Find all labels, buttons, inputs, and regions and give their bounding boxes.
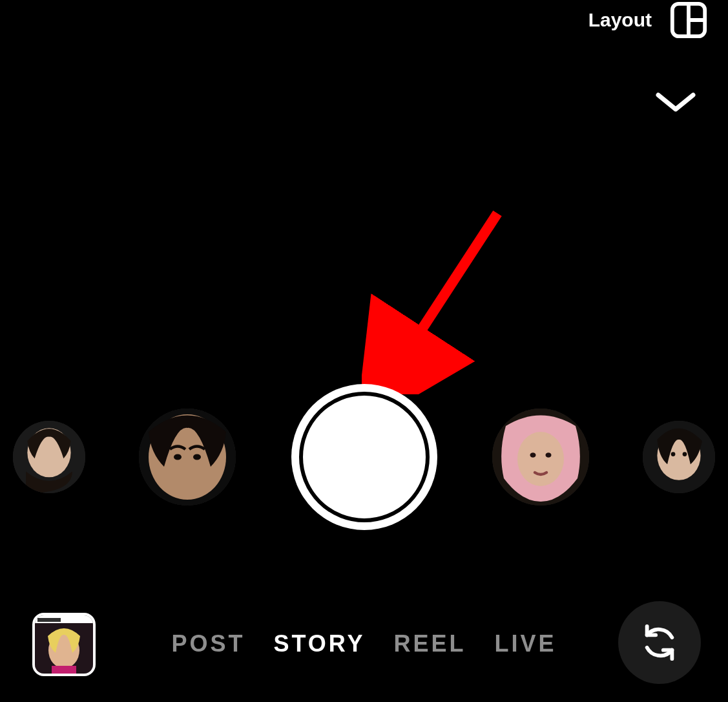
effect-option-2[interactable] bbox=[139, 409, 236, 505]
camera-effects-row bbox=[0, 383, 728, 531]
flip-camera-button[interactable] bbox=[618, 601, 701, 684]
camera-tool-row: Layout bbox=[588, 0, 709, 40]
layout-tool-label[interactable]: Layout bbox=[588, 9, 652, 31]
gallery-thumbnail-button[interactable] bbox=[32, 613, 96, 676]
svg-line-3 bbox=[400, 213, 497, 362]
svg-point-8 bbox=[174, 454, 182, 460]
svg-point-17 bbox=[683, 452, 687, 456]
mode-tab-story[interactable]: STORY bbox=[273, 630, 365, 657]
svg-rect-22 bbox=[37, 618, 61, 622]
mode-tab-post[interactable]: POST bbox=[171, 630, 245, 657]
annotation-arrow bbox=[362, 207, 530, 397]
shutter-button[interactable] bbox=[291, 384, 437, 530]
chevron-down-icon bbox=[654, 87, 697, 116]
svg-point-11 bbox=[517, 432, 564, 486]
mode-tab-reel[interactable]: REEL bbox=[394, 630, 466, 657]
effect-option-1[interactable] bbox=[13, 421, 85, 493]
svg-point-9 bbox=[193, 454, 201, 460]
layout-icon[interactable] bbox=[669, 0, 709, 40]
effect-option-4[interactable] bbox=[643, 421, 715, 493]
camera-mode-tabs: POST STORY REEL LIVE bbox=[171, 630, 556, 657]
svg-point-16 bbox=[671, 452, 676, 456]
effect-option-3[interactable] bbox=[492, 409, 589, 505]
svg-rect-21 bbox=[52, 666, 76, 674]
tools-expand-button[interactable] bbox=[654, 87, 697, 116]
svg-point-12 bbox=[530, 452, 536, 458]
mode-tab-live[interactable]: LIVE bbox=[495, 630, 557, 657]
svg-point-13 bbox=[546, 452, 552, 458]
shutter-inner bbox=[299, 392, 430, 522]
camera-bottom-bar: POST STORY REEL LIVE bbox=[0, 612, 728, 676]
flip-camera-icon bbox=[640, 622, 680, 663]
